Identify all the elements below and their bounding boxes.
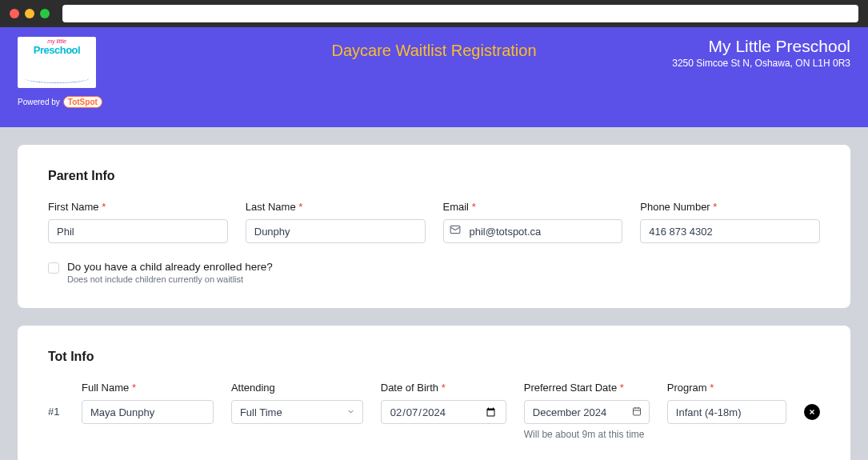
required-marker: * — [442, 382, 446, 394]
tot-start-hint: Will be about 9m at this time — [524, 429, 650, 440]
tot-attending-group: Attending Full Time — [231, 382, 363, 440]
phone-group: Phone Number * — [640, 201, 820, 243]
powered-by-text: Powered by — [18, 98, 60, 106]
maximize-window-button[interactable] — [40, 9, 50, 18]
tot-full-name-group: Full Name * — [82, 382, 214, 440]
tot-row: #1 Full Name * Attending Full Time — [48, 382, 820, 440]
required-marker: * — [620, 382, 624, 394]
first-name-label: First Name * — [48, 201, 228, 213]
enrolled-checkbox-hint: Does not include children currently on w… — [67, 274, 273, 284]
last-name-group: Last Name * — [246, 201, 426, 243]
first-name-input[interactable] — [48, 219, 228, 243]
tot-attending-select[interactable]: Full Time — [231, 400, 363, 424]
required-marker: * — [298, 201, 302, 213]
content-area: Parent Info First Name * Last Name * Ema… — [0, 127, 868, 460]
powered-by: Powered by TotSpot — [18, 96, 102, 108]
totspot-badge: TotSpot — [63, 96, 102, 108]
page-header: my little Preschool Powered by TotSpot D… — [0, 27, 868, 127]
required-marker: * — [472, 201, 476, 213]
email-label: Email * — [443, 201, 623, 213]
org-info: My Little Preschool 3250 Simcoe St N, Os… — [672, 37, 850, 69]
window-controls — [10, 9, 50, 18]
tot-full-name-label: Full Name * — [82, 382, 214, 394]
tot-dob-group: Date of Birth * — [381, 382, 506, 440]
required-marker: * — [713, 201, 717, 213]
tot-start-label: Preferred Start Date * — [524, 382, 650, 394]
tot-info-card: Tot Info #1 Full Name * Attending Full T… — [18, 326, 850, 460]
browser-chrome — [0, 0, 868, 27]
close-icon — [808, 408, 816, 416]
logo-block: my little Preschool Powered by TotSpot — [18, 37, 102, 108]
required-marker: * — [102, 201, 106, 213]
tot-program-input[interactable] — [667, 400, 786, 424]
logo-decoration — [25, 74, 89, 83]
required-marker: * — [710, 382, 714, 394]
close-window-button[interactable] — [10, 9, 19, 18]
parent-form-row: First Name * Last Name * Email * Phone N… — [48, 201, 820, 243]
email-icon — [450, 224, 461, 238]
tot-dob-label: Date of Birth * — [381, 382, 506, 394]
org-logo: my little Preschool — [18, 37, 96, 88]
last-name-label: Last Name * — [246, 201, 426, 213]
phone-input[interactable] — [640, 219, 820, 243]
tot-program-label: Program * — [667, 382, 786, 394]
org-address: 3250 Simcoe St N, Oshawa, ON L1H 0R3 — [672, 58, 850, 69]
email-group: Email * — [443, 201, 623, 243]
logo-top-text: my little — [47, 38, 66, 44]
remove-tot-button[interactable] — [804, 404, 820, 420]
minimize-window-button[interactable] — [25, 9, 34, 18]
url-bar[interactable] — [62, 5, 858, 22]
phone-label: Phone Number * — [640, 201, 820, 213]
email-input[interactable] — [443, 219, 623, 243]
tot-dob-input[interactable] — [381, 400, 506, 424]
org-name: My Little Preschool — [672, 37, 850, 56]
enrolled-checkbox[interactable] — [48, 262, 59, 274]
parent-info-title: Parent Info — [48, 169, 820, 183]
tot-start-input[interactable] — [524, 400, 650, 424]
enrolled-checkbox-label: Do you have a child already enrolled her… — [67, 261, 273, 273]
tot-full-name-input[interactable] — [82, 400, 214, 424]
last-name-input[interactable] — [246, 219, 426, 243]
logo-main-text: Preschool — [34, 44, 80, 56]
page-title: Daycare Waitlist Registration — [331, 42, 536, 60]
tot-program-group: Program * — [667, 382, 786, 440]
tot-attending-label: Attending — [231, 382, 363, 394]
first-name-group: First Name * — [48, 201, 228, 243]
tot-fields: Full Name * Attending Full Time — [82, 382, 786, 440]
tot-info-title: Tot Info — [48, 350, 820, 364]
enrolled-checkbox-row: Do you have a child already enrolled her… — [48, 261, 820, 284]
tot-start-group: Preferred Start Date * Will be about 9m … — [524, 382, 650, 440]
parent-info-card: Parent Info First Name * Last Name * Ema… — [18, 145, 850, 308]
required-marker: * — [132, 382, 136, 394]
tot-index: #1 — [48, 382, 64, 418]
